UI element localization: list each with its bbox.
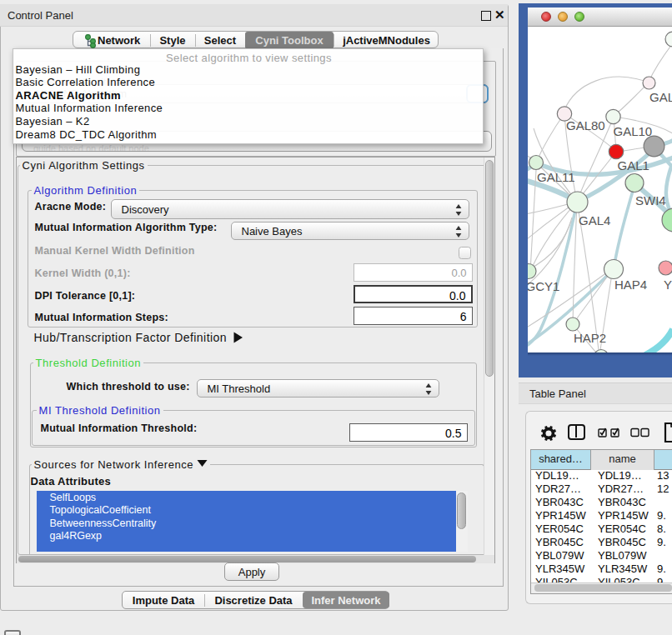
svg-text:GCY1: GCY1 — [528, 279, 559, 293]
svg-text:GAL1: GAL1 — [618, 158, 649, 172]
svg-text:GAL: GAL — [649, 90, 672, 104]
svg-text:HAP4: HAP4 — [614, 278, 647, 292]
svg-text:SWI4: SWI4 — [635, 193, 666, 208]
svg-text:Y: Y — [664, 278, 672, 292]
svg-text:GAL4: GAL4 — [579, 213, 610, 228]
svg-text:HAP2: HAP2 — [574, 331, 606, 345]
svg-text:GAL80: GAL80 — [566, 118, 605, 132]
svg-text:GAL11: GAL11 — [537, 170, 575, 184]
svg-text:GAL10: GAL10 — [614, 124, 653, 138]
